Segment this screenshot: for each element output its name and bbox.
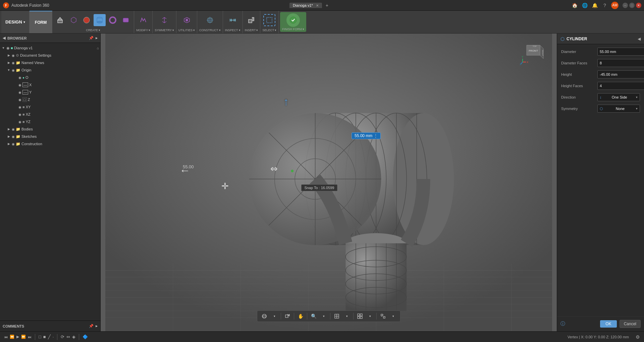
insert-icon[interactable] (245, 14, 257, 26)
select-edge-icon[interactable]: ╱ (48, 334, 51, 339)
symmetry-icon[interactable] (158, 14, 170, 26)
eye-doc-icon[interactable]: ◉ (12, 54, 15, 57)
help-icon[interactable]: ? (601, 2, 608, 9)
panel-expand-icon[interactable]: ◀ (638, 37, 641, 41)
modify-icon[interactable] (137, 14, 149, 26)
play-icon[interactable]: ▶ (16, 335, 19, 339)
select-label[interactable]: SELECT (262, 28, 274, 32)
grid-arrow-icon[interactable]: ▾ (366, 312, 374, 321)
viewport[interactable]: ↑ ← 55.00 ✛ ⇔ ● 55.00 mm ⋮ Snap To : 16.… (101, 34, 557, 331)
notification-icon[interactable]: 🔔 (591, 2, 598, 9)
eye-yz-icon[interactable]: ◉ (18, 120, 21, 124)
orbit-button[interactable] (260, 312, 269, 321)
expand-sketches-icon[interactable]: ▶ (7, 134, 11, 138)
symmetry-select[interactable]: ⬡ None ▾ (597, 105, 640, 113)
zoom-arrow-icon[interactable]: ▾ (319, 312, 328, 321)
browser-back-icon[interactable]: ◀ (3, 36, 5, 40)
dim-options-icon[interactable]: ⋮ (374, 133, 378, 138)
comments-pin-icon[interactable]: 📌 (89, 324, 94, 328)
eye-x-icon[interactable]: ◉ (18, 83, 21, 87)
eye-origin-icon[interactable]: ◉ (12, 68, 15, 72)
expand-origin-icon[interactable]: ▼ (7, 68, 11, 72)
select-icon[interactable] (263, 14, 275, 26)
create-sphere-icon[interactable] (80, 14, 93, 26)
crease-icon[interactable]: 🔷 (83, 334, 88, 339)
display-button[interactable] (332, 312, 341, 321)
insert-label[interactable]: INSERT (245, 28, 256, 32)
snap-status-icon[interactable]: ◈ (72, 334, 75, 339)
direction-select[interactable]: ↕ One Side ▾ (597, 93, 640, 101)
eye-o-icon[interactable]: ◉ (18, 76, 21, 79)
eye-z-icon[interactable]: ◉ (18, 98, 21, 102)
expand-construction-icon[interactable]: ▶ (7, 142, 11, 146)
doc-tab[interactable]: Dianoga v1* ✕ (289, 3, 322, 8)
create-quadball-icon[interactable] (120, 14, 132, 26)
finish-form-label[interactable]: FINISH FORM (282, 27, 302, 31)
design-button[interactable]: DESIGN ▾ (1, 11, 30, 33)
pan-button[interactable]: ✋ (296, 312, 305, 321)
snap-arrow-icon[interactable]: ▾ (389, 312, 397, 321)
construct-icon[interactable] (204, 14, 216, 26)
new-tab-button[interactable]: + (323, 2, 331, 9)
tree-item-named-views[interactable]: ▶ ◉ 📁 Named Views (0, 59, 100, 66)
eye-xy-icon[interactable]: ◉ (18, 105, 21, 109)
utilities-label[interactable]: UTILITIES (178, 28, 193, 32)
select-vertex-icon[interactable]: · (53, 334, 54, 339)
grid-button[interactable] (356, 312, 364, 321)
lr-arrows-handle[interactable]: ⇔ (270, 164, 278, 174)
finish-form-icon[interactable] (286, 13, 300, 27)
expand-named-icon[interactable]: ▶ (7, 61, 11, 65)
eye-dianoga-icon[interactable]: ◉ (6, 46, 10, 50)
diameter-faces-input[interactable] (597, 59, 644, 67)
create-extrude-icon[interactable] (54, 14, 66, 26)
symmetry-label[interactable]: SYMMETRY (155, 28, 172, 32)
inspect-icon[interactable] (227, 14, 239, 26)
zoom-button[interactable]: 🔍 (309, 312, 318, 321)
play-back-icon[interactable]: ⏮ (4, 335, 8, 339)
tree-item-dianoga[interactable]: ▼ ◉ ■ Dianoga v1 ⌂ (0, 44, 100, 52)
browser-collapse-icon[interactable]: ▸ (96, 36, 98, 40)
user-avatar[interactable]: AM (611, 2, 619, 9)
dimension-popup[interactable]: 55.00 mm ⋮ (352, 132, 381, 139)
comments-collapse-icon[interactable]: ▸ (96, 324, 98, 328)
tree-item-doc-settings[interactable]: ▶ ◉ ⚙ Document Settings (0, 52, 100, 59)
tree-item-construction[interactable]: ▶ ◉ 📁 Construction (0, 140, 100, 148)
construct-label[interactable]: CONSTRUCT (199, 28, 218, 32)
select-face-icon[interactable]: ■ (43, 334, 46, 339)
mirror-icon[interactable]: ⇔ (66, 334, 70, 339)
eye-sketches-icon[interactable]: ◉ (12, 135, 15, 138)
display-arrow-icon[interactable]: ▾ (342, 312, 351, 321)
move-icon[interactable]: ✛ (221, 181, 229, 191)
tree-item-z[interactable]: ▶ ◉ □ Z (0, 96, 100, 103)
expand-bodies-icon[interactable]: ▶ (7, 127, 11, 131)
tree-item-xy[interactable]: ▶ ◉ ■ XY (0, 103, 100, 111)
height-faces-input[interactable] (597, 82, 644, 90)
eye-y-icon[interactable]: ◉ (18, 91, 21, 94)
settings-icon[interactable]: ⚙ (636, 334, 640, 340)
snap-button[interactable] (379, 312, 387, 321)
maximize-button[interactable]: □ (629, 3, 635, 8)
expand-doc-icon[interactable]: ▶ (7, 53, 11, 57)
fit-button[interactable] (283, 312, 292, 321)
tree-item-sketches[interactable]: ▶ ◉ 📁 Sketches (0, 133, 100, 140)
diameter-input[interactable] (597, 48, 644, 56)
minimize-button[interactable]: ─ (623, 3, 628, 8)
play-forward-icon[interactable]: ⏭ (28, 335, 32, 339)
create-label[interactable]: CREATE (86, 28, 98, 32)
info-icon[interactable]: ⓘ (560, 321, 565, 327)
viewcube[interactable]: FRONT RIGHT TOP X Y Z (520, 40, 547, 67)
eye-construction-icon[interactable]: ◉ (12, 142, 15, 146)
tree-item-y[interactable]: ▶ ◉ — Y (0, 89, 100, 96)
tree-item-yz[interactable]: ▶ ◉ ■ YZ (0, 118, 100, 125)
cancel-button[interactable]: Cancel (620, 320, 641, 328)
tree-item-x[interactable]: ▶ ◉ — X (0, 81, 100, 89)
tree-item-bodies[interactable]: ▶ ◉ 📁 Bodies (0, 125, 100, 133)
browser-icon[interactable]: 🌐 (581, 2, 588, 9)
inspect-label[interactable]: INSPECT (225, 28, 238, 32)
tree-item-o[interactable]: ▶ ◉ ● O (0, 74, 100, 81)
ok-button[interactable]: OK (600, 320, 616, 328)
create-cylinder-icon[interactable] (94, 14, 106, 26)
modify-label[interactable]: MODIFY (136, 28, 148, 32)
height-input[interactable] (597, 70, 644, 78)
select-body-icon[interactable]: □ (39, 334, 41, 339)
